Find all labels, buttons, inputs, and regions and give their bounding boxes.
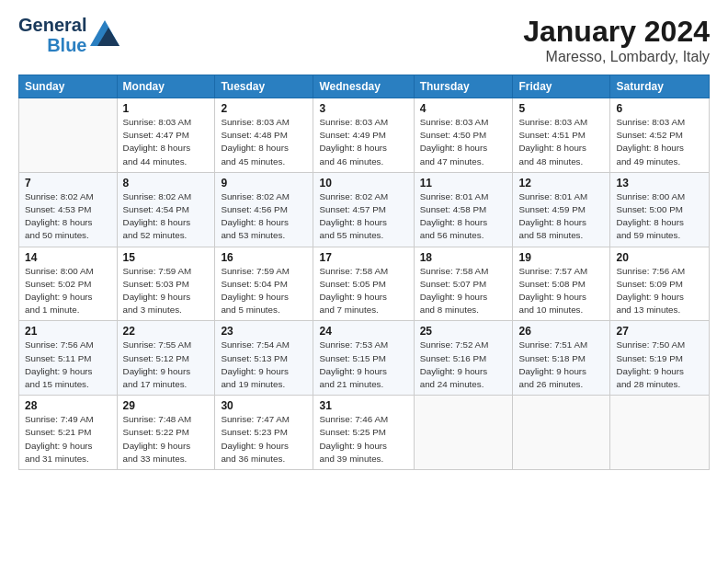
calendar-cell: 20Sunrise: 7:56 AMSunset: 5:09 PMDayligh… xyxy=(610,247,710,321)
day-number: 26 xyxy=(518,325,604,338)
day-info: Sunrise: 7:58 AMSunset: 5:05 PMDaylight:… xyxy=(319,265,407,317)
day-number: 31 xyxy=(319,399,407,412)
day-info: Sunrise: 8:02 AMSunset: 4:56 PMDaylight:… xyxy=(221,190,307,243)
day-number: 3 xyxy=(319,102,407,115)
day-number: 14 xyxy=(25,251,111,264)
day-info: Sunrise: 8:01 AMSunset: 4:59 PMDaylight:… xyxy=(518,190,604,243)
day-info: Sunrise: 7:52 AMSunset: 5:16 PMDaylight:… xyxy=(420,339,507,391)
day-info: Sunrise: 7:59 AMSunset: 5:03 PMDaylight:… xyxy=(123,265,210,317)
day-info: Sunrise: 7:53 AMSunset: 5:15 PMDaylight:… xyxy=(319,339,407,391)
day-info: Sunrise: 8:03 AMSunset: 4:48 PMDaylight:… xyxy=(221,116,307,168)
day-info: Sunrise: 8:03 AMSunset: 4:50 PMDaylight:… xyxy=(420,116,507,168)
day-number: 28 xyxy=(25,399,111,412)
day-number: 1 xyxy=(123,102,210,115)
calendar-cell: 5Sunrise: 8:03 AMSunset: 4:51 PMDaylight… xyxy=(513,98,610,173)
calendar-cell: 29Sunrise: 7:48 AMSunset: 5:22 PMDayligh… xyxy=(117,396,215,470)
day-number: 22 xyxy=(123,325,210,338)
calendar-cell: 28Sunrise: 7:49 AMSunset: 5:21 PMDayligh… xyxy=(19,396,118,470)
day-number: 10 xyxy=(319,177,407,190)
day-number: 6 xyxy=(616,102,703,115)
day-number: 2 xyxy=(221,102,307,115)
col-header-friday: Friday xyxy=(513,75,610,98)
day-info: Sunrise: 7:56 AMSunset: 5:11 PMDaylight:… xyxy=(25,339,111,391)
day-info: Sunrise: 7:55 AMSunset: 5:12 PMDaylight:… xyxy=(123,339,210,391)
calendar-cell: 15Sunrise: 7:59 AMSunset: 5:03 PMDayligh… xyxy=(117,247,215,321)
title-area: January 2024 Maresso, Lombardy, Italy xyxy=(523,15,710,65)
calendar-cell: 18Sunrise: 7:58 AMSunset: 5:07 PMDayligh… xyxy=(414,247,513,321)
calendar-cell: 16Sunrise: 7:59 AMSunset: 5:04 PMDayligh… xyxy=(215,247,313,321)
day-info: Sunrise: 8:01 AMSunset: 4:58 PMDaylight:… xyxy=(420,190,507,243)
day-number: 15 xyxy=(123,251,210,264)
calendar-cell: 17Sunrise: 7:58 AMSunset: 5:05 PMDayligh… xyxy=(313,247,414,321)
calendar-cell xyxy=(414,396,513,470)
calendar-cell xyxy=(513,396,610,470)
calendar-cell: 10Sunrise: 8:02 AMSunset: 4:57 PMDayligh… xyxy=(313,172,414,247)
day-info: Sunrise: 7:46 AMSunset: 5:25 PMDaylight:… xyxy=(319,413,407,465)
day-number: 18 xyxy=(420,251,507,264)
calendar-cell: 25Sunrise: 7:52 AMSunset: 5:16 PMDayligh… xyxy=(414,321,513,396)
calendar-cell: 1Sunrise: 8:03 AMSunset: 4:47 PMDaylight… xyxy=(117,98,215,173)
calendar-cell: 22Sunrise: 7:55 AMSunset: 5:12 PMDayligh… xyxy=(117,321,215,396)
day-info: Sunrise: 8:03 AMSunset: 4:52 PMDaylight:… xyxy=(616,116,703,168)
col-header-wednesday: Wednesday xyxy=(313,75,414,98)
logo: General Blue xyxy=(18,15,119,55)
col-header-monday: Monday xyxy=(117,75,215,98)
week-row-1: 7Sunrise: 8:02 AMSunset: 4:53 PMDaylight… xyxy=(19,172,710,247)
day-info: Sunrise: 7:48 AMSunset: 5:22 PMDaylight:… xyxy=(123,413,210,465)
calendar-cell: 6Sunrise: 8:03 AMSunset: 4:52 PMDaylight… xyxy=(610,98,710,173)
day-number: 20 xyxy=(616,251,703,264)
day-info: Sunrise: 7:51 AMSunset: 5:18 PMDaylight:… xyxy=(518,339,604,391)
calendar-cell: 11Sunrise: 8:01 AMSunset: 4:58 PMDayligh… xyxy=(414,172,513,247)
calendar-cell: 3Sunrise: 8:03 AMSunset: 4:49 PMDaylight… xyxy=(313,98,414,173)
day-number: 13 xyxy=(616,177,703,190)
day-info: Sunrise: 7:54 AMSunset: 5:13 PMDaylight:… xyxy=(221,339,307,391)
day-info: Sunrise: 8:02 AMSunset: 4:53 PMDaylight:… xyxy=(25,190,111,243)
day-number: 11 xyxy=(420,177,507,190)
calendar-cell: 24Sunrise: 7:53 AMSunset: 5:15 PMDayligh… xyxy=(313,321,414,396)
day-number: 24 xyxy=(319,325,407,338)
col-header-tuesday: Tuesday xyxy=(215,75,313,98)
col-header-thursday: Thursday xyxy=(414,75,513,98)
calendar-cell: 7Sunrise: 8:02 AMSunset: 4:53 PMDaylight… xyxy=(19,172,118,247)
day-number: 7 xyxy=(25,177,111,190)
month-title: January 2024 xyxy=(523,15,710,49)
calendar-cell: 8Sunrise: 8:02 AMSunset: 4:54 PMDaylight… xyxy=(117,172,215,247)
week-row-3: 21Sunrise: 7:56 AMSunset: 5:11 PMDayligh… xyxy=(19,321,710,396)
day-number: 8 xyxy=(123,177,210,190)
week-row-0: 1Sunrise: 8:03 AMSunset: 4:47 PMDaylight… xyxy=(19,98,710,173)
day-info: Sunrise: 8:00 AMSunset: 5:02 PMDaylight:… xyxy=(25,265,111,317)
calendar-table: SundayMondayTuesdayWednesdayThursdayFrid… xyxy=(18,75,710,470)
calendar-cell: 30Sunrise: 7:47 AMSunset: 5:23 PMDayligh… xyxy=(215,396,313,470)
col-header-sunday: Sunday xyxy=(19,75,118,98)
logo-blue-text: Blue xyxy=(47,35,86,55)
day-number: 27 xyxy=(616,325,703,338)
day-info: Sunrise: 8:03 AMSunset: 4:51 PMDaylight:… xyxy=(518,116,604,168)
day-info: Sunrise: 8:02 AMSunset: 4:54 PMDaylight:… xyxy=(123,190,210,243)
day-number: 5 xyxy=(518,102,604,115)
day-number: 4 xyxy=(420,102,507,115)
day-number: 25 xyxy=(420,325,507,338)
day-info: Sunrise: 8:00 AMSunset: 5:00 PMDaylight:… xyxy=(616,190,703,243)
week-row-2: 14Sunrise: 8:00 AMSunset: 5:02 PMDayligh… xyxy=(19,247,710,321)
calendar-cell: 21Sunrise: 7:56 AMSunset: 5:11 PMDayligh… xyxy=(19,321,118,396)
calendar-cell: 23Sunrise: 7:54 AMSunset: 5:13 PMDayligh… xyxy=(215,321,313,396)
page: General Blue January 2024 Maresso, Lomba… xyxy=(0,0,728,563)
location-title: Maresso, Lombardy, Italy xyxy=(523,49,710,65)
day-info: Sunrise: 7:50 AMSunset: 5:19 PMDaylight:… xyxy=(616,339,703,391)
logo-icon xyxy=(90,20,119,46)
day-number: 30 xyxy=(221,399,307,412)
day-number: 29 xyxy=(123,399,210,412)
day-info: Sunrise: 7:56 AMSunset: 5:09 PMDaylight:… xyxy=(616,265,703,317)
day-number: 17 xyxy=(319,251,407,264)
calendar-cell: 31Sunrise: 7:46 AMSunset: 5:25 PMDayligh… xyxy=(313,396,414,470)
calendar-cell: 13Sunrise: 8:00 AMSunset: 5:00 PMDayligh… xyxy=(610,172,710,247)
day-number: 19 xyxy=(518,251,604,264)
calendar-cell: 2Sunrise: 8:03 AMSunset: 4:48 PMDaylight… xyxy=(215,98,313,173)
calendar-cell: 12Sunrise: 8:01 AMSunset: 4:59 PMDayligh… xyxy=(513,172,610,247)
calendar-cell xyxy=(19,98,118,173)
day-info: Sunrise: 8:03 AMSunset: 4:49 PMDaylight:… xyxy=(319,116,407,168)
calendar-header-row: SundayMondayTuesdayWednesdayThursdayFrid… xyxy=(19,75,710,98)
day-info: Sunrise: 7:49 AMSunset: 5:21 PMDaylight:… xyxy=(25,413,111,465)
day-info: Sunrise: 8:02 AMSunset: 4:57 PMDaylight:… xyxy=(319,190,407,243)
calendar-cell: 26Sunrise: 7:51 AMSunset: 5:18 PMDayligh… xyxy=(513,321,610,396)
